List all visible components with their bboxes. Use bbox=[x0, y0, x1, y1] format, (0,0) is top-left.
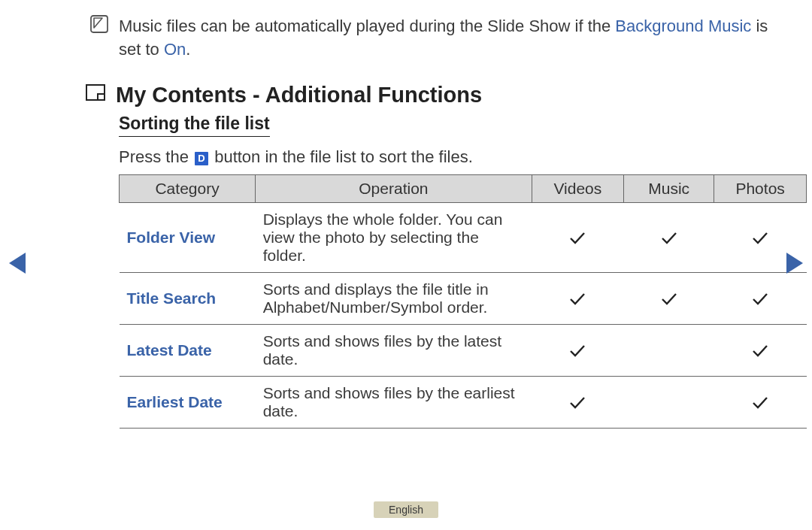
music-cell bbox=[624, 324, 714, 376]
section-title: My Contents - Additional Functions bbox=[116, 83, 482, 108]
category-cell: Title Search bbox=[120, 272, 256, 324]
table-row: Folder ViewDisplays the whole folder. Yo… bbox=[120, 202, 807, 272]
videos-cell bbox=[532, 324, 623, 376]
table-row: Earliest DateSorts and shows files by th… bbox=[120, 376, 807, 428]
note-icon bbox=[90, 15, 108, 33]
check-icon bbox=[569, 392, 586, 412]
svg-rect-2 bbox=[98, 94, 105, 100]
header-category: Category bbox=[120, 174, 256, 202]
language-badge: English bbox=[374, 501, 438, 518]
category-cell: Earliest Date bbox=[120, 376, 256, 428]
check-icon bbox=[752, 288, 768, 308]
table-row: Latest DateSorts and shows files by the … bbox=[120, 324, 807, 376]
check-icon bbox=[752, 340, 768, 360]
header-photos: Photos bbox=[714, 174, 807, 202]
music-cell bbox=[624, 376, 714, 428]
section-header: My Contents - Additional Functions bbox=[86, 83, 773, 108]
table-body: Folder ViewDisplays the whole folder. Yo… bbox=[120, 202, 807, 428]
next-page-arrow[interactable] bbox=[786, 253, 803, 274]
previous-page-arrow[interactable] bbox=[9, 253, 26, 274]
note-block: Music files can be automatically played … bbox=[90, 15, 773, 62]
photos-cell bbox=[714, 272, 807, 324]
videos-cell bbox=[532, 272, 623, 324]
music-cell bbox=[624, 272, 714, 324]
music-cell bbox=[624, 202, 714, 272]
header-videos: Videos bbox=[532, 174, 623, 202]
operation-cell: Displays the whole folder. You can view … bbox=[256, 202, 532, 272]
videos-cell bbox=[532, 202, 623, 272]
header-music: Music bbox=[624, 174, 714, 202]
check-icon bbox=[661, 288, 677, 308]
note-text-prefix: Music files can be automatically played … bbox=[119, 17, 615, 35]
check-icon bbox=[569, 340, 586, 360]
instruction-suffix: button in the file list to sort the file… bbox=[210, 147, 473, 166]
check-icon bbox=[752, 227, 768, 247]
instruction-prefix: Press the bbox=[119, 147, 193, 166]
check-icon bbox=[752, 392, 768, 412]
header-operation: Operation bbox=[256, 174, 532, 202]
footer: English bbox=[0, 498, 812, 518]
table-header-row: Category Operation Videos Music Photos bbox=[120, 174, 807, 202]
d-button-icon: D bbox=[195, 152, 208, 165]
table-row: Title SearchSorts and displays the file … bbox=[120, 272, 807, 324]
check-icon bbox=[661, 227, 677, 247]
operation-cell: Sorts and shows files by the earliest da… bbox=[256, 376, 532, 428]
photos-cell bbox=[714, 324, 807, 376]
note-text: Music files can be automatically played … bbox=[119, 15, 773, 62]
operation-cell: Sorts and displays the file title in Alp… bbox=[256, 272, 532, 324]
sort-options-table: Category Operation Videos Music Photos F… bbox=[119, 174, 807, 429]
check-icon bbox=[569, 288, 586, 308]
category-cell: Folder View bbox=[120, 202, 256, 272]
photos-cell bbox=[714, 376, 807, 428]
category-cell: Latest Date bbox=[120, 324, 256, 376]
subsection: Sorting the file list Press the D button… bbox=[119, 114, 773, 429]
box-bullet-icon bbox=[86, 84, 105, 105]
background-music-link: Background Music bbox=[615, 17, 751, 35]
page: Music files can be automatically played … bbox=[0, 0, 812, 530]
operation-cell: Sorts and shows files by the latest date… bbox=[256, 324, 532, 376]
note-text-suffix: . bbox=[186, 40, 190, 59]
sub-section-title: Sorting the file list bbox=[119, 114, 270, 137]
on-link: On bbox=[164, 40, 186, 59]
videos-cell bbox=[532, 376, 623, 428]
check-icon bbox=[569, 227, 586, 247]
instruction-text: Press the D button in the file list to s… bbox=[119, 147, 773, 167]
